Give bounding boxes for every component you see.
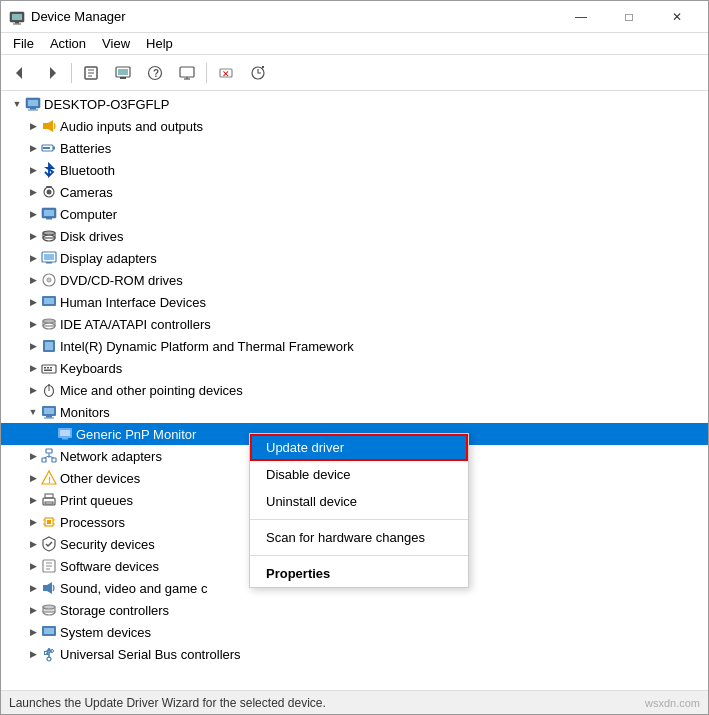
other-expander[interactable]: ▶ — [25, 470, 41, 486]
tree-item-display[interactable]: ▶ Display adapters — [1, 247, 708, 269]
svg-rect-65 — [60, 430, 70, 436]
root-expander[interactable]: ▼ — [9, 96, 25, 112]
toolbar-help[interactable]: ? — [140, 59, 170, 87]
tree-item-usb[interactable]: ▶ Universal Serial Bus controllers — [1, 643, 708, 665]
tree-item-batteries[interactable]: ▶ Batteries — [1, 137, 708, 159]
bluetooth-label: Bluetooth — [60, 163, 115, 178]
svg-point-49 — [43, 319, 55, 323]
tree-item-hid[interactable]: ▶ Human Interface Devices — [1, 291, 708, 313]
tree-item-dvd[interactable]: ▶ DVD/CD-ROM drives — [1, 269, 708, 291]
storage-label: Storage controllers — [60, 603, 169, 618]
main-area: ▼ DESKTOP-O3FGFLP ▶ — [1, 91, 708, 690]
generic-monitor-icon — [57, 426, 73, 442]
svg-point-101 — [47, 657, 51, 661]
context-menu-sep-1 — [250, 519, 468, 520]
network-label: Network adapters — [60, 449, 162, 464]
toolbar-sep-1 — [71, 63, 72, 83]
other-label: Other devices — [60, 471, 140, 486]
window-title: Device Manager — [31, 9, 126, 24]
maximize-button[interactable]: □ — [606, 1, 652, 33]
software-label: Software devices — [60, 559, 159, 574]
security-expander[interactable]: ▶ — [25, 536, 41, 552]
tree-item-monitors[interactable]: ▼ Monitors — [1, 401, 708, 423]
tree-item-intel[interactable]: ▶ Intel(R) Dynamic Platform and Thermal … — [1, 335, 708, 357]
context-menu-uninstall-device[interactable]: Uninstall device — [250, 488, 468, 515]
toolbar-back[interactable] — [5, 59, 35, 87]
tree-item-keyboards[interactable]: ▶ Keyboards — [1, 357, 708, 379]
usb-label: Universal Serial Bus controllers — [60, 647, 241, 662]
dvd-icon — [41, 272, 57, 288]
toolbar-display[interactable] — [172, 59, 202, 87]
toolbar: ? ✕ — [1, 55, 708, 91]
computer-icon — [41, 206, 57, 222]
tree-item-system[interactable]: ▶ System devices — [1, 621, 708, 643]
context-menu-disable-device[interactable]: Disable device — [250, 461, 468, 488]
display-expander[interactable]: ▶ — [25, 250, 41, 266]
toolbar-forward[interactable] — [37, 59, 67, 87]
bluetooth-expander[interactable]: ▶ — [25, 162, 41, 178]
svg-text:?: ? — [153, 68, 159, 79]
svg-marker-26 — [48, 120, 53, 132]
monitors-label: Monitors — [60, 405, 110, 420]
software-expander[interactable]: ▶ — [25, 558, 41, 574]
keyboards-expander[interactable]: ▶ — [25, 360, 41, 376]
cameras-expander[interactable]: ▶ — [25, 184, 41, 200]
batteries-expander[interactable]: ▶ — [25, 140, 41, 156]
storage-expander[interactable]: ▶ — [25, 602, 41, 618]
context-menu-properties[interactable]: Properties — [250, 560, 468, 587]
intel-expander[interactable]: ▶ — [25, 338, 41, 354]
tree-item-mice[interactable]: ▶ Mice and other pointing devices — [1, 379, 708, 401]
tree-item-storage[interactable]: ▶ Storage controllers — [1, 599, 708, 621]
mice-expander[interactable]: ▶ — [25, 382, 41, 398]
ide-expander[interactable]: ▶ — [25, 316, 41, 332]
toolbar-uninstall[interactable]: ✕ — [211, 59, 241, 87]
usb-expander[interactable]: ▶ — [25, 646, 41, 662]
menu-help[interactable]: Help — [138, 34, 181, 53]
keyboards-icon — [41, 360, 57, 376]
network-expander[interactable]: ▶ — [25, 448, 41, 464]
system-expander[interactable]: ▶ — [25, 624, 41, 640]
tree-item-disk[interactable]: ▶ Disk drives — [1, 225, 708, 247]
close-button[interactable]: ✕ — [654, 1, 700, 33]
menu-view[interactable]: View — [94, 34, 138, 53]
context-menu-update-driver[interactable]: Update driver — [250, 434, 468, 461]
tree-item-cameras[interactable]: ▶ Cameras — [1, 181, 708, 203]
monitors-expander[interactable]: ▼ — [25, 404, 41, 420]
batteries-icon — [41, 140, 57, 156]
mice-icon — [41, 382, 57, 398]
network-icon — [41, 448, 57, 464]
context-menu-scan[interactable]: Scan for hardware changes — [250, 524, 468, 551]
tree-item-computer[interactable]: ▶ Computer — [1, 203, 708, 225]
disk-expander[interactable]: ▶ — [25, 228, 41, 244]
minimize-button[interactable]: — — [558, 1, 604, 33]
svg-marker-4 — [16, 67, 22, 79]
menu-action[interactable]: Action — [42, 34, 94, 53]
svg-rect-62 — [46, 416, 52, 418]
tree-item-bluetooth[interactable]: ▶ Bluetooth — [1, 159, 708, 181]
processors-expander[interactable]: ▶ — [25, 514, 41, 530]
sound-expander[interactable]: ▶ — [25, 580, 41, 596]
toolbar-sep-2 — [206, 63, 207, 83]
audio-expander[interactable]: ▶ — [25, 118, 41, 134]
svg-rect-69 — [52, 458, 56, 462]
toolbar-properties[interactable] — [76, 59, 106, 87]
dvd-label: DVD/CD-ROM drives — [60, 273, 183, 288]
menu-file[interactable]: File — [5, 34, 42, 53]
toolbar-scan[interactable] — [243, 59, 273, 87]
print-label: Print queues — [60, 493, 133, 508]
hid-expander[interactable]: ▶ — [25, 294, 41, 310]
tree-root[interactable]: ▼ DESKTOP-O3FGFLP — [1, 93, 708, 115]
title-bar: Device Manager — □ ✕ — [1, 1, 708, 33]
svg-rect-54 — [47, 367, 49, 369]
software-icon — [41, 558, 57, 574]
tree-item-audio[interactable]: ▶ Audio inputs and outputs — [1, 115, 708, 137]
tree-item-ide[interactable]: ▶ IDE ATA/ATAPI controllers — [1, 313, 708, 335]
svg-rect-23 — [30, 108, 36, 110]
print-expander[interactable]: ▶ — [25, 492, 41, 508]
toolbar-update-driver[interactable] — [108, 59, 138, 87]
cameras-label: Cameras — [60, 185, 113, 200]
svg-rect-34 — [44, 210, 54, 216]
dvd-expander[interactable]: ▶ — [25, 272, 41, 288]
device-tree[interactable]: ▼ DESKTOP-O3FGFLP ▶ — [1, 91, 708, 690]
computer-expander[interactable]: ▶ — [25, 206, 41, 222]
